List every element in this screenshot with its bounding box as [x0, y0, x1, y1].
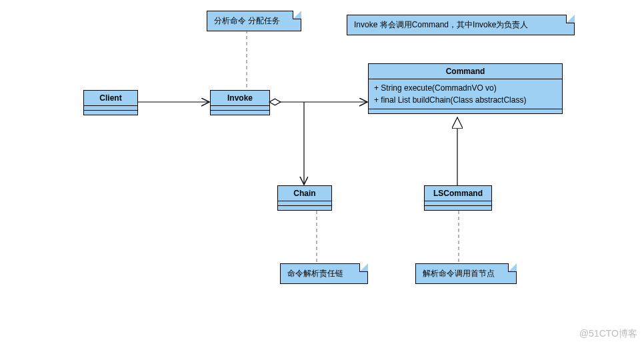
- method-line: + String execute(CommadnVO vo): [374, 82, 557, 94]
- note-text: 命令解析责任链: [287, 269, 343, 278]
- watermark: @51CTO博客: [579, 328, 637, 340]
- class-invoke: Invoke: [210, 90, 270, 115]
- method-line: + final List buildChain(Class abstractCl…: [374, 94, 557, 106]
- note-text: 分析命令 分配任务: [214, 16, 280, 25]
- note-chain: 命令解析责任链: [280, 263, 368, 284]
- class-chain: Chain: [277, 185, 332, 211]
- note-top: Invoke 将会调用Command，其中Invoke为负责人: [347, 15, 575, 35]
- class-title: LSCommand: [425, 186, 491, 201]
- class-title: Command: [369, 64, 562, 79]
- class-title: Invoke: [211, 91, 269, 106]
- diagram-canvas: 分析命令 分配任务 Invoke 将会调用Command，其中Invoke为负责…: [0, 0, 644, 344]
- class-lscommand: LSCommand: [424, 185, 492, 211]
- note-text: Invoke 将会调用Command，其中Invoke为负责人: [354, 20, 528, 29]
- class-methods: [425, 206, 491, 210]
- class-title: Chain: [278, 186, 331, 201]
- class-methods: [84, 111, 137, 115]
- note-invoke: 分析命令 分配任务: [207, 11, 301, 31]
- class-extra: [369, 109, 562, 113]
- class-attributes: [425, 201, 491, 206]
- class-attributes: [84, 106, 137, 111]
- note-text: 解析命令调用首节点: [423, 269, 495, 278]
- class-command: Command + String execute(CommadnVO vo) +…: [368, 63, 563, 114]
- class-attributes: [211, 106, 269, 111]
- class-methods: + String execute(CommadnVO vo) + final L…: [369, 79, 562, 109]
- note-lscommand: 解析命令调用首节点: [415, 263, 517, 284]
- class-methods: [211, 111, 269, 115]
- class-client: Client: [83, 90, 138, 115]
- class-attributes: [278, 201, 331, 206]
- class-methods: [278, 206, 331, 210]
- edges-layer: [0, 0, 644, 344]
- class-title: Client: [84, 91, 137, 106]
